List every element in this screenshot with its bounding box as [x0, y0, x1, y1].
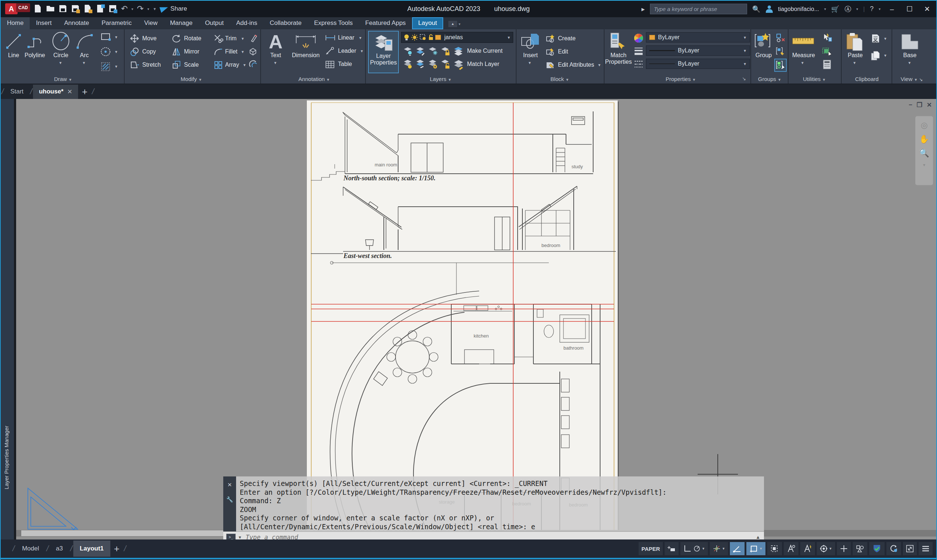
- edit-attributes-icon[interactable]: [546, 60, 555, 70]
- circle-dropdown[interactable]: ▼: [58, 61, 62, 65]
- line-label[interactable]: Line: [4, 52, 23, 58]
- cut-dropdown[interactable]: ▼: [883, 37, 887, 41]
- edit-block-icon[interactable]: [546, 47, 555, 57]
- fullscreen-button[interactable]: [903, 542, 917, 555]
- utilities-panel-title[interactable]: Utilities ▼: [793, 76, 835, 82]
- ribbon-collapse-button[interactable]: ▲: [448, 21, 457, 27]
- rotate-label[interactable]: Rotate: [184, 35, 201, 42]
- stretch-label[interactable]: Stretch: [142, 62, 161, 68]
- layers-panel-title[interactable]: Layers ▼: [418, 76, 463, 82]
- leader-dropdown[interactable]: ▼: [360, 49, 364, 53]
- file-tab-close-icon[interactable]: ✕: [67, 88, 72, 95]
- autoscale-button[interactable]: [800, 542, 815, 555]
- redo-dropdown[interactable]: ▾: [148, 7, 149, 11]
- navbar-pan-icon[interactable]: ✋: [915, 134, 933, 144]
- copy-icon[interactable]: [130, 47, 139, 57]
- paper-model-toggle[interactable]: PAPER: [639, 542, 663, 555]
- viewport-restore-icon[interactable]: ❐: [917, 101, 922, 109]
- group-icon[interactable]: [754, 32, 774, 52]
- layer-freeze-icon[interactable]: [428, 46, 438, 56]
- draw-panel-title[interactable]: Draw ▼: [41, 76, 85, 82]
- autodesk-dropdown[interactable]: ▾: [856, 7, 858, 11]
- properties-panel-title[interactable]: Properties ▼: [657, 76, 705, 82]
- polar-tracking-button[interactable]: [730, 542, 745, 555]
- rectangle-dropdown[interactable]: ▼: [114, 35, 118, 39]
- create-block-icon[interactable]: [546, 34, 555, 43]
- arc-icon[interactable]: [75, 32, 94, 50]
- base-label[interactable]: Base: [900, 52, 920, 58]
- new-layout-button[interactable]: +: [114, 543, 120, 554]
- app-store-icon[interactable]: 🛒: [831, 5, 839, 13]
- dimension-icon[interactable]: [294, 32, 317, 51]
- ellipse-dropdown[interactable]: ▼: [114, 50, 118, 54]
- file-tab-start[interactable]: Start: [5, 85, 29, 98]
- navigation-bar[interactable]: ◎ ✋ 🔍 ▾: [915, 116, 933, 185]
- mirror-label[interactable]: Mirror: [184, 48, 199, 55]
- tab-express-tools[interactable]: Express Tools: [308, 17, 359, 29]
- hatch-icon[interactable]: [100, 62, 111, 72]
- leader-label[interactable]: Leader: [338, 48, 356, 54]
- polyline-label[interactable]: Polyline: [22, 52, 48, 58]
- rectangle-icon[interactable]: [100, 32, 111, 42]
- polyline-icon[interactable]: [26, 33, 43, 50]
- clean-screen-button[interactable]: [886, 542, 901, 555]
- fillet-label[interactable]: Fillet: [225, 48, 237, 55]
- linear-icon[interactable]: [325, 34, 336, 42]
- customization-menu-button[interactable]: [919, 542, 932, 555]
- tab-model[interactable]: Model: [15, 541, 45, 557]
- close-button[interactable]: ✕: [921, 5, 933, 13]
- ungroup-icon[interactable]: [776, 33, 785, 43]
- measure-icon[interactable]: [792, 35, 815, 46]
- trim-dropdown[interactable]: ▼: [241, 37, 245, 41]
- save-button[interactable]: [58, 5, 68, 13]
- erase-icon[interactable]: [249, 34, 257, 43]
- measure-label[interactable]: Measure: [789, 52, 817, 58]
- workspace-switching-button[interactable]: [837, 542, 851, 555]
- layer-dropdown-arrow[interactable]: ▼: [507, 35, 511, 40]
- tab-manage[interactable]: Manage: [164, 17, 199, 29]
- drawing-canvas[interactable]: – ❐ ✕ ◎ ✋ 🔍 ▾: [16, 99, 936, 540]
- save-to-web-button[interactable]: [96, 5, 105, 13]
- ribbon-collapse-dropdown[interactable]: ▾: [458, 22, 460, 26]
- layer-prev-icon[interactable]: [428, 59, 438, 69]
- measure-dropdown[interactable]: ▼: [801, 61, 804, 65]
- paste-icon[interactable]: [845, 32, 865, 52]
- tab-annotate[interactable]: Annotate: [58, 17, 95, 29]
- minimize-button[interactable]: –: [886, 5, 898, 13]
- circle-label[interactable]: Circle: [49, 52, 72, 58]
- insert-label[interactable]: Insert: [519, 52, 542, 58]
- new-file-button[interactable]: [34, 5, 43, 13]
- rotate-icon[interactable]: [172, 34, 181, 43]
- table-label[interactable]: Table: [338, 61, 352, 68]
- make-current-icon[interactable]: [453, 45, 464, 57]
- search-expand-arrow[interactable]: ▸: [642, 5, 645, 13]
- base-icon[interactable]: [900, 33, 920, 51]
- move-label[interactable]: Move: [142, 35, 157, 42]
- open-file-button[interactable]: [46, 5, 55, 13]
- linear-dropdown[interactable]: ▼: [358, 36, 362, 40]
- open-from-web-button[interactable]: [83, 5, 92, 13]
- save-as-button[interactable]: [71, 5, 80, 13]
- grid-display-button[interactable]: [665, 542, 679, 555]
- view-panel-title[interactable]: View ▼ ↘: [893, 76, 930, 82]
- layer-properties-palette-tab[interactable]: Layer Properties Manager: [1, 99, 14, 540]
- base-dropdown[interactable]: ▼: [908, 61, 911, 65]
- match-properties-icon[interactable]: [609, 32, 628, 52]
- array-label[interactable]: Array: [225, 62, 239, 68]
- command-expand-icon[interactable]: ▲: [755, 534, 760, 540]
- match-layer-icon[interactable]: [453, 58, 464, 70]
- lineweight-dropdown[interactable]: ByLayer▼: [646, 45, 750, 56]
- maximize-button[interactable]: ☐: [903, 5, 916, 13]
- text-label[interactable]: Text: [265, 52, 286, 58]
- stretch-icon[interactable]: [130, 60, 139, 70]
- edit-attributes-label[interactable]: Edit Attributes: [558, 62, 594, 68]
- layer-unlock2-icon[interactable]: [441, 59, 451, 69]
- leader-icon[interactable]: [325, 47, 336, 56]
- layer-isolate-icon[interactable]: [416, 46, 426, 56]
- calculator-icon[interactable]: [822, 59, 832, 70]
- layer-off2-icon[interactable]: [403, 59, 414, 69]
- offset-icon[interactable]: [249, 60, 257, 69]
- undo-button[interactable]: ↶: [121, 5, 128, 13]
- make-current-label[interactable]: Make Current: [467, 48, 503, 54]
- fillet-dropdown[interactable]: ▼: [241, 50, 245, 54]
